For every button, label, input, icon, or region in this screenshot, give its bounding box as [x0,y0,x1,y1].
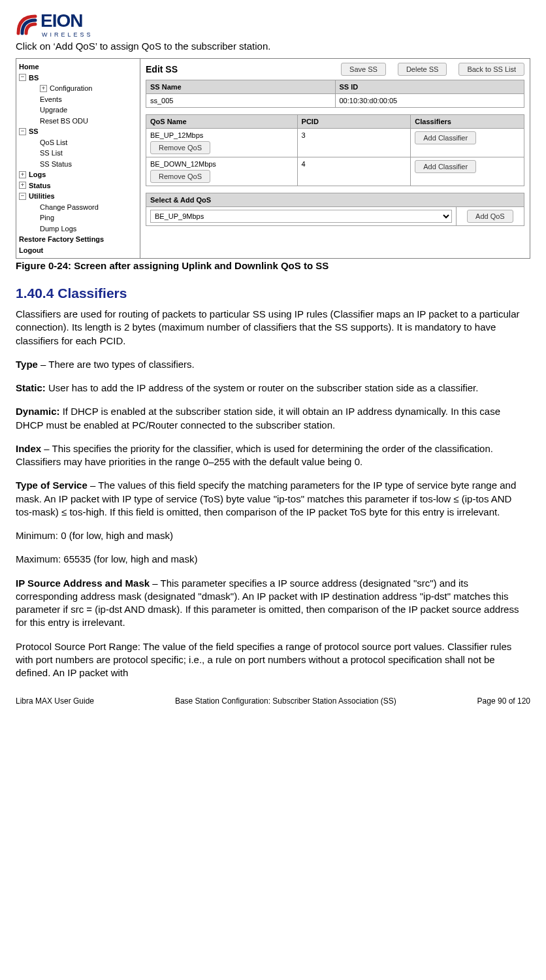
qos-select[interactable]: BE_UP_9Mbps [150,210,452,223]
body-paragraph: Index – This specifies the priority for … [16,442,530,469]
body-paragraph: Classifiers are used for routing of pack… [16,308,530,348]
qos-name: BE_DOWN_12Mbps [150,160,293,168]
ssid-header: SS ID [335,80,524,94]
body-paragraph: Type of Service – The values of this fie… [16,479,530,519]
collapse-icon[interactable]: − [19,193,26,200]
content-pane: Edit SS Save SS Delete SS Back to SS Lis… [140,59,530,258]
nav-util-pass[interactable]: Change Password [19,202,138,213]
expand-icon[interactable]: + [19,171,26,178]
nav-ss-qoslist[interactable]: QoS List [19,137,138,148]
pcid-value: 4 [297,157,411,186]
nav-status[interactable]: Status [29,180,51,191]
nav-bs-reset[interactable]: Reset BS ODU [19,116,138,127]
body-paragraph: IP Source Address and Mask – This parame… [16,577,530,630]
panel-title: Edit SS [146,64,178,74]
body-paragraph: Maximum: 65535 (for low, high and mask) [16,553,530,566]
add-classifier-button[interactable]: Add Classifier [415,160,476,173]
body-paragraph: Protocol Source Port Range: The value of… [16,640,530,680]
add-qos-table: Select & Add QoS BE_UP_9Mbps Add QoS [146,193,524,226]
footer-mid: Base Station Configuration: Subscriber S… [175,696,396,706]
expand-icon[interactable]: + [40,85,47,92]
nav-utilities[interactable]: Utilities [29,191,55,202]
table-row: BE_UP_12Mbps Remove QoS 3 Add Classifier [146,129,524,157]
ss-identity-table: SS Name SS ID ss_005 00:10:30:d0:00:05 [146,80,524,108]
pcid-header: PCID [297,115,411,129]
nav-ss-status[interactable]: SS Status [19,159,138,170]
nav-bs[interactable]: BS [29,73,39,84]
brand-name: EION [40,12,93,30]
nav-logout[interactable]: Logout [19,245,138,256]
field-label: Static: [16,382,46,393]
field-label: Index [16,443,41,454]
qos-name: BE_UP_12Mbps [150,131,293,139]
classifiers-header: Classifiers [411,115,524,129]
pcid-value: 3 [297,129,411,157]
table-row: BE_DOWN_12Mbps Remove QoS 4 Add Classifi… [146,157,524,186]
footer-left: Libra MAX User Guide [16,696,94,706]
field-label: Type [16,359,38,370]
figure-caption: Figure 0-24: Screen after assigning Upli… [16,260,530,271]
delete-ss-button[interactable]: Delete SS [398,63,447,76]
nav-logs[interactable]: Logs [29,169,46,180]
nav-util-ping[interactable]: Ping [19,212,138,223]
body-paragraph: Static: User has to add the IP address o… [16,382,530,395]
body-paragraph: Dynamic: If DHCP is enabled at the subsc… [16,405,530,432]
remove-qos-button[interactable]: Remove QoS [150,170,210,183]
field-label: Type of Service [16,480,88,491]
add-classifier-button[interactable]: Add Classifier [415,131,476,144]
screenshot-panel: Home −BS +Configuration Events Upgrade R… [16,58,530,259]
nav-bs-events[interactable]: Events [19,94,138,105]
addqos-header: Select & Add QoS [146,193,524,207]
section-heading: 1.40.4 Classifiers [16,286,530,301]
logo-icon [16,14,38,36]
expand-icon[interactable]: + [19,182,26,189]
field-label: IP Source Address and Mask [16,578,150,589]
nav-home[interactable]: Home [19,61,138,73]
body-paragraph: Type – There are two types of classifier… [16,358,530,371]
collapse-icon[interactable]: − [19,128,26,135]
brand-logo: EION WIRELESS [16,12,530,38]
ssname-header: SS Name [146,80,336,94]
nav-util-dump[interactable]: Dump Logs [19,223,138,235]
remove-qos-button[interactable]: Remove QoS [150,141,210,154]
qos-table: QoS Name PCID Classifiers BE_UP_12Mbps R… [146,114,524,186]
nav-bs-config[interactable]: Configuration [50,83,92,94]
nav-bs-upgrade[interactable]: Upgrade [19,105,138,116]
collapse-icon[interactable]: − [19,74,26,81]
add-qos-button[interactable]: Add QoS [467,210,513,223]
qosname-header: QoS Name [146,115,298,129]
nav-ss-sslist[interactable]: SS List [19,148,138,159]
intro-text: Click on ‘Add QoS’ to assign QoS to the … [16,41,530,52]
nav-sidebar: Home −BS +Configuration Events Upgrade R… [16,59,140,258]
ssname-value: ss_005 [146,94,336,108]
back-to-list-button[interactable]: Back to SS List [458,63,524,76]
footer-right: Page 90 of 120 [477,696,530,706]
ssid-value: 00:10:30:d0:00:05 [335,94,524,108]
nav-restore[interactable]: Restore Factory Settings [19,234,138,245]
body-paragraph: Minimum: 0 (for low, high and mask) [16,529,530,542]
brand-tagline: WIRELESS [42,32,93,38]
field-label: Dynamic: [16,406,60,417]
save-ss-button[interactable]: Save SS [341,63,386,76]
page-footer: Libra MAX User Guide Base Station Config… [16,696,530,706]
nav-ss[interactable]: SS [29,126,39,137]
